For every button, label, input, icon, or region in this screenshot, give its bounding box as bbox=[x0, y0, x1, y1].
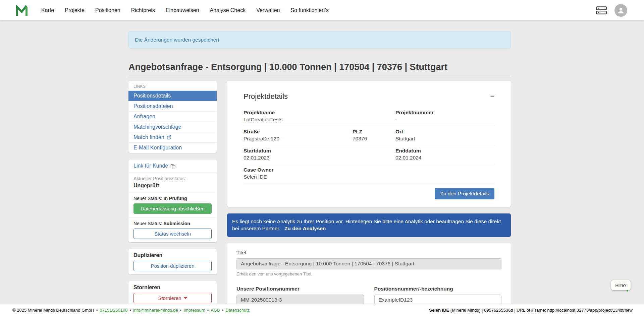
footer-separator: • bbox=[207, 308, 209, 313]
collapse-button[interactable]: – bbox=[490, 92, 494, 100]
complete-data-entry-button[interactable]: Datenerfassung abschließen bbox=[133, 203, 212, 214]
field-strasse: Straße Pragstraße 120 bbox=[244, 129, 353, 142]
nav-item-richtpreis[interactable]: Richtpreis bbox=[126, 4, 160, 17]
position-number-label: Positionsnummer/-bezeichnung bbox=[374, 286, 502, 292]
user-avatar[interactable] bbox=[614, 4, 627, 17]
footer-separator: • bbox=[180, 308, 182, 313]
footer-link-impressum[interactable]: Impressum bbox=[183, 308, 205, 313]
duplicate-title: Duplizieren bbox=[133, 252, 212, 258]
next-status2-line: Neuer Status: Submission bbox=[133, 221, 212, 226]
field-label: Straße bbox=[244, 129, 353, 135]
page-title: Angebotsanfrage - Entsorgung | 10.000 To… bbox=[128, 62, 511, 72]
analytics-banner-text: Es liegt noch keine Analytik zu Ihrer Po… bbox=[232, 218, 501, 231]
sidebar-links-card: LINKS Positionsdetails Positionsdateien … bbox=[128, 81, 217, 153]
footer-link-agb[interactable]: AGB bbox=[211, 308, 220, 313]
field-ort: Ort Stuttgart bbox=[395, 129, 494, 142]
brand-logo[interactable] bbox=[16, 4, 28, 17]
our-position-number-label: Unsere Positionsnummer bbox=[236, 286, 364, 292]
success-alert: Die Änderungen wurden gespeichert bbox=[128, 31, 511, 49]
footer-left: © 2025 Mineral Minds Deutschland GmbH • … bbox=[12, 308, 250, 313]
help-widget-button[interactable]: Hilfe? bbox=[611, 280, 631, 290]
go-to-project-details-button[interactable]: Zu den Projektdetails bbox=[435, 188, 494, 199]
customer-link[interactable]: Link für Kunde bbox=[133, 163, 175, 169]
go-to-analyses-link[interactable]: Zu den Analysen bbox=[284, 226, 326, 231]
project-row-4: Case Owner Selen IDE bbox=[244, 164, 494, 183]
customer-link-section: Link für Kunde bbox=[128, 160, 217, 172]
field-label: Startdatum bbox=[244, 148, 395, 154]
top-navbar: Karte Projekte Positionen Richtpreis Ein… bbox=[0, 0, 644, 20]
next-status-line: Neuer Status: In Prüfung bbox=[133, 196, 212, 201]
nav-item-einbauweisen[interactable]: Einbauweisen bbox=[160, 4, 205, 17]
project-fields: Projektname LotCreationTests Projektnumm… bbox=[244, 107, 494, 183]
duplicate-section: Duplizieren Position duplizieren bbox=[128, 249, 217, 274]
current-status-value: Ungeprüft bbox=[133, 183, 212, 189]
field-label: PLZ bbox=[353, 129, 395, 135]
sidebar-item-anfragen[interactable]: Anfragen bbox=[128, 111, 217, 122]
page-container: Die Änderungen wurden gespeichert Angebo… bbox=[128, 31, 511, 316]
project-row-2: Straße Pragstraße 120 PLZ 70376 Ort Stut… bbox=[244, 126, 494, 145]
next-status-section: Neuer Status: In Prüfung Datenerfassung … bbox=[128, 192, 217, 217]
project-actions: Zu den Projektdetails bbox=[244, 188, 494, 199]
content-columns: LINKS Positionsdetails Positionsdateien … bbox=[128, 81, 511, 316]
project-details-title: Projektdetails bbox=[244, 92, 288, 101]
field-enddatum: Enddatum 02.01.2024 bbox=[395, 148, 494, 161]
footer-link-email[interactable]: info@mineral-minds.de bbox=[133, 308, 178, 313]
next-status2-value: Submission bbox=[164, 221, 190, 226]
nav-item-so-funktionierts[interactable]: So funktioniert's bbox=[285, 4, 334, 17]
nav-item-analyse-check[interactable]: Analyse Check bbox=[204, 4, 251, 17]
nav-item-projekte[interactable]: Projekte bbox=[59, 4, 90, 17]
person-icon bbox=[617, 6, 625, 14]
switch-status-section: Neuer Status: Submission Status wechseln bbox=[128, 217, 217, 242]
navbar-actions bbox=[596, 0, 627, 20]
footer-link-datenschutz[interactable]: Datenschutz bbox=[225, 308, 250, 313]
sidebar-item-email-konfiguration[interactable]: E-Mail Konfiguration bbox=[128, 142, 217, 153]
footer-session-info: Selen IDE (Mineral Minds) | 69576255536d… bbox=[429, 308, 633, 313]
nav-item-positionen[interactable]: Positionen bbox=[90, 4, 126, 17]
project-details-header: Projektdetails – bbox=[244, 92, 494, 101]
nav-item-karte[interactable]: Karte bbox=[36, 4, 59, 17]
field-projektname: Projektname LotCreationTests bbox=[244, 110, 395, 123]
switch-status-button[interactable]: Status wechseln bbox=[133, 229, 212, 239]
sidebar-item-match-finden[interactable]: Match finden bbox=[128, 132, 217, 142]
field-label: Projektname bbox=[244, 110, 395, 116]
cancel-card: Stornieren Stornieren bbox=[128, 281, 217, 307]
copyright-text: © 2025 Mineral Minds Deutschland GmbH bbox=[12, 308, 94, 313]
field-value: - bbox=[395, 117, 494, 123]
customer-link-label: Link für Kunde bbox=[133, 163, 168, 169]
project-details-card: Projektdetails – Projektname LotCreation… bbox=[227, 81, 511, 207]
main-nav: Karte Projekte Positionen Richtpreis Ein… bbox=[36, 4, 334, 17]
current-status-section: Aktueller Positionsstatus: Ungeprüft bbox=[128, 172, 217, 192]
next-status-prefix: Neuer Status: bbox=[133, 196, 162, 201]
field-label: Ort bbox=[395, 129, 494, 135]
field-value: 02.01.2023 bbox=[244, 155, 395, 161]
next-status2-prefix: Neuer Status: bbox=[133, 221, 162, 226]
field-case-owner: Case Owner Selen IDE bbox=[244, 167, 494, 180]
footer-separator: • bbox=[129, 308, 131, 313]
sidebar-item-matchingvorschlaege[interactable]: Matchingvorschläge bbox=[128, 122, 217, 132]
sidebar-item-positionsdateien[interactable]: Positionsdateien bbox=[128, 101, 217, 111]
analytics-banner: Es liegt noch keine Analytik zu Ihrer Po… bbox=[227, 213, 511, 237]
field-label: Case Owner bbox=[244, 167, 494, 173]
session-details: (Mineral Minds) | 69576255536d | URL of … bbox=[449, 308, 633, 313]
status-card: Link für Kunde Aktueller Positionsstatus… bbox=[128, 160, 217, 242]
footer: © 2025 Mineral Minds Deutschland GmbH • … bbox=[0, 304, 644, 316]
nav-item-verwalten[interactable]: Verwalten bbox=[251, 4, 285, 17]
titel-label: Titel bbox=[236, 250, 501, 256]
field-label: Enddatum bbox=[395, 148, 494, 154]
field-startdatum: Startdatum 02.01.2023 bbox=[244, 148, 395, 161]
field-label: Projektnummer bbox=[395, 110, 494, 116]
titel-help-text: Erhält den von uns vorgegebenen Titel. bbox=[236, 271, 501, 276]
cancel-dropdown-button[interactable]: Stornieren bbox=[133, 293, 212, 303]
footer-link-phone[interactable]: 07151/250100 bbox=[100, 308, 127, 313]
project-row-1: Projektname LotCreationTests Projektnumm… bbox=[244, 107, 494, 126]
field-value: 02.01.2024 bbox=[395, 155, 494, 161]
footer-separator: • bbox=[96, 308, 98, 313]
session-user: Selen IDE bbox=[429, 308, 449, 313]
duplicate-position-button[interactable]: Position duplizieren bbox=[133, 261, 212, 271]
brand-logo-icon bbox=[16, 4, 28, 17]
server-icon[interactable] bbox=[596, 6, 607, 15]
sidebar-item-positionsdetails[interactable]: Positionsdetails bbox=[128, 90, 217, 101]
links-header: LINKS bbox=[128, 81, 217, 90]
next-status-value: In Prüfung bbox=[164, 196, 187, 201]
field-value: 70376 bbox=[353, 136, 395, 142]
